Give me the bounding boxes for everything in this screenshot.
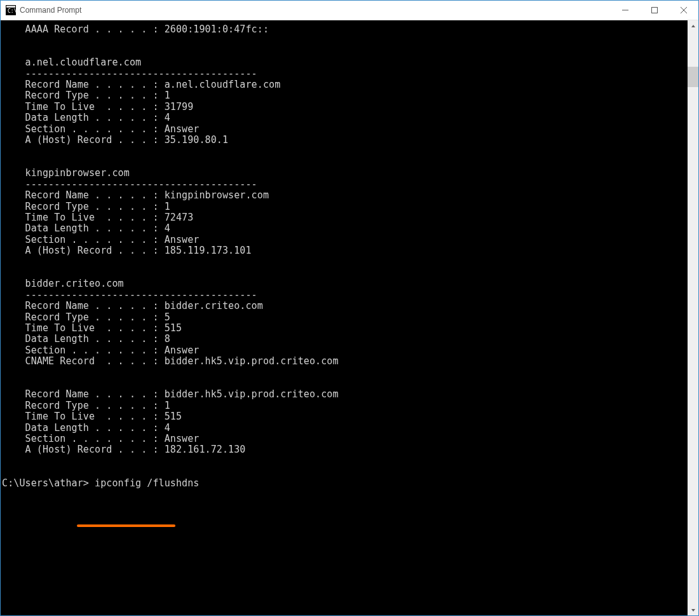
svg-marker-8 (691, 609, 695, 612)
scrollbar-thumb[interactable] (688, 67, 698, 87)
scroll-down-button[interactable] (688, 605, 698, 615)
svg-text:C:\: C:\ (8, 8, 16, 14)
terminal-output[interactable]: AAAA Record . . . . . : 2600:1901:0:47fc… (1, 20, 688, 615)
svg-rect-4 (652, 8, 658, 13)
vertical-scrollbar[interactable] (688, 20, 698, 615)
svg-marker-7 (691, 25, 695, 27)
window-title: Command Prompt (20, 1, 611, 20)
cmd-icon: C:\ (6, 5, 16, 15)
client-area: AAAA Record . . . . . : 2600:1901:0:47fc… (1, 20, 698, 615)
scrollbar-track[interactable] (688, 31, 698, 605)
annotation-underline (77, 524, 175, 527)
titlebar[interactable]: C:\ Command Prompt (1, 1, 698, 20)
maximize-button[interactable] (640, 1, 669, 20)
minimize-button[interactable] (611, 1, 640, 20)
scroll-up-button[interactable] (688, 20, 698, 31)
close-button[interactable] (669, 1, 698, 20)
svg-rect-1 (6, 6, 15, 8)
command-prompt-window: C:\ Command Prompt AAAA Record . . . . .… (0, 0, 699, 616)
